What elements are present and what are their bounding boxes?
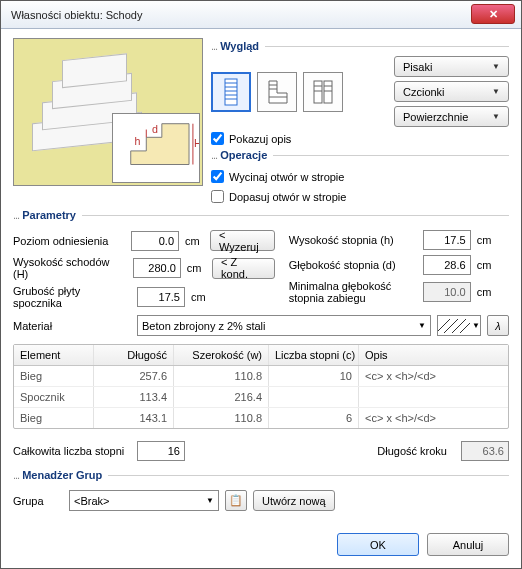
layout-l-button[interactable] bbox=[257, 72, 297, 112]
step-depth-input[interactable] bbox=[423, 255, 471, 275]
svg-line-22 bbox=[452, 319, 466, 333]
svg-line-23 bbox=[460, 319, 470, 333]
svg-line-21 bbox=[444, 319, 458, 333]
stairs-height-input[interactable] bbox=[133, 258, 181, 278]
surfaces-button[interactable]: Powierzchnie▼ bbox=[394, 106, 509, 127]
material-label: Materiał bbox=[13, 320, 131, 332]
svg-text:h: h bbox=[135, 135, 141, 147]
col-width[interactable]: Szerokość (w) bbox=[174, 345, 269, 365]
chevron-down-icon: ▼ bbox=[418, 321, 426, 330]
col-element[interactable]: Element bbox=[14, 345, 94, 365]
table-row[interactable]: Bieg 143.1 110.8 6 <c> x <h>/<d> bbox=[14, 408, 508, 428]
preview-detail-schema: H h d bbox=[112, 113, 200, 183]
chevron-down-icon: ▼ bbox=[492, 62, 500, 71]
ok-button[interactable]: OK bbox=[337, 533, 419, 556]
total-steps-label: Całkowita liczba stopni bbox=[13, 445, 131, 457]
step-depth-label: Głębokość stopnia (d) bbox=[289, 259, 417, 271]
reference-level-input[interactable] bbox=[131, 231, 179, 251]
svg-rect-14 bbox=[314, 81, 322, 103]
pens-button[interactable]: Pisaki▼ bbox=[394, 56, 509, 77]
dialog-content: H h d ...Wygląd bbox=[1, 29, 521, 568]
section-group-manager: Menadżer Grup bbox=[22, 469, 102, 481]
col-count[interactable]: Liczba stopni (c) bbox=[269, 345, 359, 365]
window-title: Własności obiektu: Schody bbox=[7, 9, 142, 21]
section-operations: Operacje bbox=[220, 149, 267, 161]
titlebar[interactable]: Własności obiektu: Schody ✕ bbox=[1, 1, 521, 29]
chevron-down-icon: ▼ bbox=[492, 112, 500, 121]
segments-table: Element Długość Szerokość (w) Liczba sto… bbox=[13, 344, 509, 429]
group-combo[interactable]: <Brak>▼ bbox=[69, 490, 219, 511]
section-parameters: Parametry bbox=[22, 209, 76, 221]
material-combo[interactable]: Beton zbrojony z 2% stali▼ bbox=[137, 315, 431, 336]
col-desc[interactable]: Opis bbox=[359, 345, 508, 365]
from-storey-button[interactable]: < Z kond. bbox=[212, 258, 275, 279]
stride-length-input bbox=[461, 441, 509, 461]
step-height-input[interactable] bbox=[423, 230, 471, 250]
fit-hole-check[interactable]: Dopasuj otwór w stropie bbox=[211, 190, 509, 203]
table-row[interactable]: Spocznik 113.4 216.4 bbox=[14, 387, 508, 408]
chevron-down-icon: ▼ bbox=[472, 321, 480, 330]
svg-text:d: d bbox=[152, 123, 158, 135]
winder-depth-label: Minimalna głębokość stopnia zabiegu bbox=[289, 280, 417, 304]
step-height-label: Wysokość stopnia (h) bbox=[289, 234, 417, 246]
copy-icon: 📋 bbox=[229, 494, 243, 507]
cancel-button[interactable]: Anuluj bbox=[427, 533, 509, 556]
lambda-button[interactable]: λ bbox=[487, 315, 509, 336]
layout-straight-button[interactable] bbox=[211, 72, 251, 112]
stairs-height-label: Wysokość schodów (H) bbox=[13, 256, 127, 280]
reset-button[interactable]: < Wyzeruj bbox=[210, 230, 275, 251]
hatch-picker[interactable]: ▼ bbox=[437, 315, 481, 336]
landing-thickness-label: Grubość płyty spocznika bbox=[13, 285, 131, 309]
reference-level-label: Poziom odniesienia bbox=[13, 235, 125, 247]
chevron-down-icon: ▼ bbox=[206, 496, 214, 505]
close-button[interactable]: ✕ bbox=[471, 4, 515, 24]
fonts-button[interactable]: Czcionki▼ bbox=[394, 81, 509, 102]
chevron-down-icon: ▼ bbox=[492, 87, 500, 96]
close-icon: ✕ bbox=[489, 8, 498, 21]
section-appearance: Wygląd bbox=[220, 40, 259, 52]
landing-thickness-input[interactable] bbox=[137, 287, 185, 307]
svg-rect-15 bbox=[324, 81, 332, 103]
svg-text:H: H bbox=[194, 137, 199, 149]
total-steps-input[interactable] bbox=[137, 441, 185, 461]
show-description-check[interactable]: Pokazuj opis bbox=[211, 132, 509, 145]
cut-slab-check[interactable]: Wycinaj otwór w stropie bbox=[211, 170, 509, 183]
col-length[interactable]: Długość bbox=[94, 345, 174, 365]
group-label: Grupa bbox=[13, 495, 63, 507]
group-copy-button[interactable]: 📋 bbox=[225, 490, 247, 511]
winder-depth-input bbox=[423, 282, 471, 302]
preview-3d: H h d bbox=[13, 38, 203, 186]
group-new-button[interactable]: Utwórz nową bbox=[253, 490, 335, 511]
table-row[interactable]: Bieg 257.6 110.8 10 <c> x <h>/<d> bbox=[14, 366, 508, 387]
dialog-window: Własności obiektu: Schody ✕ bbox=[0, 0, 522, 569]
layout-u-button[interactable] bbox=[303, 72, 343, 112]
stride-length-label: Długość kroku bbox=[377, 445, 447, 457]
